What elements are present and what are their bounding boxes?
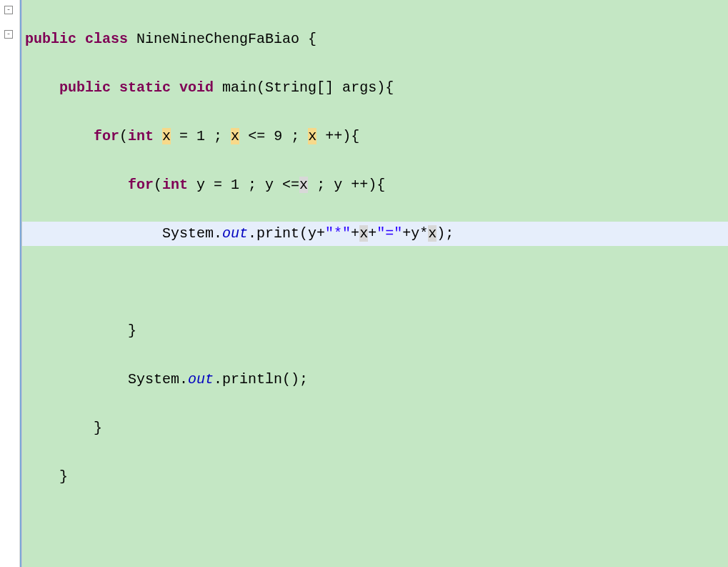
code-text: ( [154,177,162,193]
string-literal: "=" [377,225,402,242]
editor-gutter: - - [0,0,20,567]
code-text: ; y ++){ [308,177,385,193]
keyword: void [179,79,214,96]
fold-toggle-icon[interactable]: - [4,30,13,39]
fold-toggle-icon[interactable]: - [4,6,13,14]
var-highlight: x [162,128,171,144]
keyword: public [59,79,111,96]
string-literal: "*" [325,225,351,242]
code-text: System. [128,371,188,388]
keyword: int [162,177,188,193]
keyword: public [25,31,76,47]
code-text [154,128,162,144]
code-text: .print(y+ [248,225,325,242]
code-text: + [351,225,359,242]
var-highlight: x [308,128,316,144]
code-text: = 1 ; [171,128,231,144]
code-text: ); [437,225,454,242]
code-text: NineNineChengFaBiao { [128,31,316,47]
current-line: System.out.print(y+"*"+x+"="+y*x); [22,222,728,246]
var-highlight: x [299,177,308,193]
code-text: } [128,322,136,339]
code-text [22,270,728,295]
code-text: } [94,420,102,436]
code-text: main(String[] args){ [214,79,394,96]
code-text: .println(); [214,371,308,388]
code-content[interactable]: public class NineNineChengFaBiao { publi… [22,0,728,567]
var-highlight: x [428,225,437,242]
keyword: class [85,31,128,47]
code-text: } [59,468,68,485]
var-highlight: x [231,128,239,144]
code-text: +y* [402,225,428,242]
keyword: for [94,128,119,144]
static-field: out [188,371,214,388]
code-text: ( [119,128,128,144]
code-text: System. [162,225,222,242]
keyword: static [119,79,171,96]
static-field: out [222,225,248,242]
code-text: + [368,225,377,242]
keyword: int [128,128,154,144]
code-text: ++){ [316,128,359,144]
keyword: for [128,177,154,193]
code-editor[interactable]: - - public class NineNineChengFaBiao { p… [0,0,728,567]
code-text [22,513,728,538]
code-text: <= 9 ; [239,128,308,144]
var-highlight: x [359,225,368,242]
code-text: y = 1 ; y <= [188,177,299,193]
